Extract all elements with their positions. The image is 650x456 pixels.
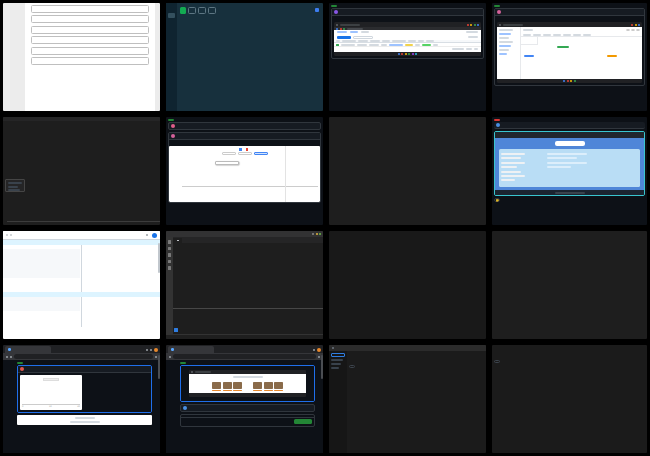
meal-thumbnail[interactable] bbox=[264, 382, 273, 389]
second-screenshot[interactable] bbox=[17, 415, 152, 425]
link-cell[interactable] bbox=[389, 44, 403, 46]
notification-toast[interactable] bbox=[5, 179, 25, 192]
nav-link[interactable] bbox=[337, 31, 347, 33]
file-view-tabs[interactable] bbox=[494, 347, 645, 349]
calendar-next-button[interactable] bbox=[636, 29, 640, 31]
avatar[interactable] bbox=[171, 124, 175, 128]
new-password-input[interactable] bbox=[31, 57, 149, 65]
browser-tab[interactable] bbox=[168, 346, 214, 353]
reload-icon[interactable] bbox=[10, 356, 12, 358]
profile-avatar[interactable] bbox=[317, 348, 321, 352]
terminal-panel[interactable] bbox=[173, 308, 323, 334]
sidebar-link[interactable] bbox=[499, 45, 511, 47]
search-input[interactable] bbox=[353, 36, 373, 39]
event-chip-orange[interactable] bbox=[607, 55, 617, 57]
browser-tab-strip bbox=[166, 345, 323, 353]
admin-table-page bbox=[334, 30, 481, 52]
debug-icon[interactable] bbox=[168, 260, 172, 264]
tile-editor-patients bbox=[326, 228, 489, 342]
scrollbar[interactable] bbox=[158, 355, 160, 379]
calendar-today-button[interactable] bbox=[626, 29, 630, 31]
calendar-sidebar bbox=[497, 27, 521, 79]
reaction-button[interactable]: 🙂 bbox=[494, 198, 500, 202]
embedded-chart[interactable]: 01020 bbox=[20, 375, 82, 410]
scrollbar[interactable] bbox=[321, 355, 323, 379]
address-bar[interactable] bbox=[14, 354, 153, 359]
back-icon[interactable] bbox=[169, 356, 171, 358]
meal-thumbnail[interactable] bbox=[253, 382, 262, 389]
profile-avatar[interactable] bbox=[154, 348, 158, 352]
avatar[interactable] bbox=[171, 134, 175, 138]
avatar[interactable] bbox=[20, 367, 24, 371]
browser-tab[interactable] bbox=[5, 346, 51, 353]
update-button[interactable] bbox=[198, 7, 206, 14]
panel-tabs[interactable] bbox=[7, 221, 160, 223]
address-bar[interactable] bbox=[173, 354, 316, 359]
window-controls[interactable] bbox=[312, 233, 321, 235]
menu-icon[interactable] bbox=[155, 356, 157, 358]
sidebar-link[interactable] bbox=[499, 53, 507, 55]
avatar[interactable] bbox=[496, 123, 500, 127]
extensions-icon[interactable] bbox=[168, 266, 172, 270]
last-name-input[interactable] bbox=[31, 36, 149, 44]
compass-documents-view bbox=[180, 5, 321, 111]
sidebar-collection-item[interactable] bbox=[168, 13, 175, 18]
nav-link[interactable] bbox=[350, 31, 358, 33]
calendar-cell[interactable] bbox=[521, 37, 538, 45]
scrollbar[interactable] bbox=[158, 243, 160, 273]
add-data-button[interactable] bbox=[180, 7, 186, 14]
tile-doctors-json bbox=[489, 342, 650, 456]
event-chip-green[interactable] bbox=[557, 46, 569, 48]
comment-editor[interactable] bbox=[180, 414, 315, 427]
calendar-page bbox=[497, 27, 642, 79]
avatar[interactable] bbox=[497, 10, 501, 14]
new-email-input[interactable] bbox=[31, 47, 149, 55]
chart-legend bbox=[171, 148, 318, 151]
files-icon[interactable] bbox=[168, 240, 172, 244]
source-control-icon[interactable] bbox=[168, 253, 172, 257]
search-icon[interactable] bbox=[168, 247, 172, 251]
event-chip-blue[interactable] bbox=[524, 55, 534, 57]
raw-button[interactable] bbox=[494, 360, 500, 363]
meal-thumbnail[interactable] bbox=[223, 382, 232, 389]
date-picker[interactable] bbox=[222, 152, 236, 156]
password-input[interactable] bbox=[31, 15, 149, 23]
comment-button[interactable] bbox=[294, 419, 312, 424]
embedded-screenshot[interactable] bbox=[497, 22, 642, 83]
back-icon[interactable] bbox=[6, 356, 8, 358]
extensions-icon[interactable] bbox=[146, 234, 148, 236]
menu-icon[interactable] bbox=[318, 356, 320, 358]
email-input[interactable] bbox=[31, 5, 149, 13]
file-view-tabs[interactable] bbox=[349, 352, 486, 354]
profile-avatar[interactable] bbox=[152, 233, 157, 238]
editor-tabs[interactable] bbox=[181, 415, 314, 418]
embedded-chart-screenshot[interactable] bbox=[169, 146, 320, 202]
first-name-input[interactable] bbox=[31, 26, 149, 34]
meal-thumbnail[interactable] bbox=[233, 382, 242, 389]
selected-comment[interactable] bbox=[180, 365, 315, 401]
apply-filter-chip[interactable] bbox=[254, 152, 268, 156]
meal-thumbnail[interactable] bbox=[212, 382, 221, 389]
raw-button[interactable] bbox=[349, 365, 355, 368]
search-pill[interactable] bbox=[555, 141, 585, 146]
tile-mongodb-compass bbox=[163, 0, 326, 114]
code-editor[interactable] bbox=[173, 243, 323, 308]
sidebar-link[interactable] bbox=[499, 33, 511, 35]
select-week[interactable] bbox=[238, 152, 252, 156]
delete-button[interactable] bbox=[208, 7, 216, 14]
meal-thumbnail[interactable] bbox=[274, 382, 283, 389]
mealplan-screenshot[interactable] bbox=[189, 374, 306, 393]
selected-comment[interactable]: 01020 bbox=[17, 365, 152, 413]
selected-file[interactable] bbox=[331, 353, 345, 357]
refresh-icon[interactable] bbox=[315, 8, 319, 12]
issue-comment bbox=[494, 8, 645, 86]
export-data-button[interactable] bbox=[188, 7, 196, 14]
avatar[interactable] bbox=[334, 10, 338, 14]
avatar[interactable] bbox=[183, 406, 187, 410]
embedded-screenshot[interactable] bbox=[334, 22, 481, 56]
ports-notification[interactable] bbox=[174, 328, 178, 332]
add-button[interactable] bbox=[337, 36, 351, 39]
calendar-back-button[interactable] bbox=[631, 29, 635, 31]
embedded-screenshot[interactable] bbox=[494, 131, 645, 196]
service-links[interactable] bbox=[501, 153, 541, 181]
